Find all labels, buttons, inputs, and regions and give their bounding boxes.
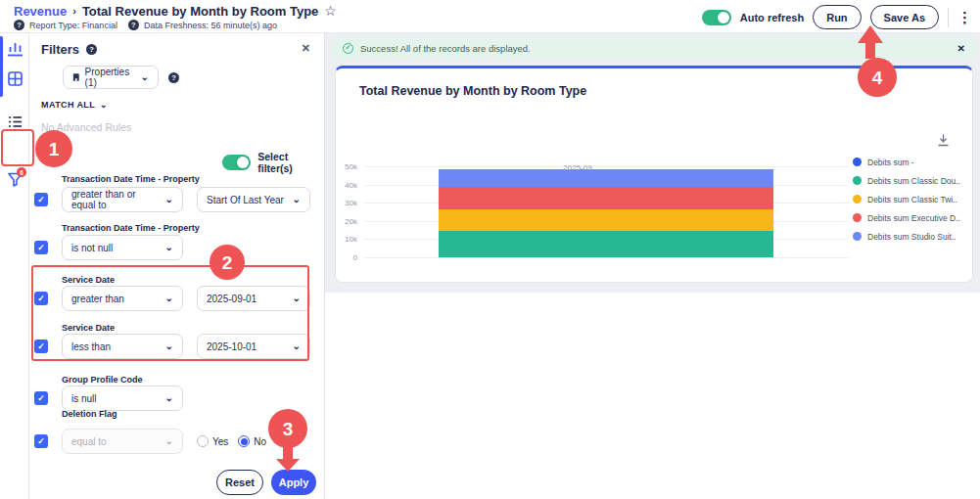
filter-operator-dropdown[interactable]: greater than⌄ — [62, 286, 183, 311]
legend-dot-icon — [853, 232, 862, 241]
help-icon[interactable]: ? — [128, 20, 139, 30]
page-title: Total Revenue by Month by Room Type — [82, 4, 318, 19]
select-filters-label: Select filter(s) — [257, 151, 324, 174]
filter-funnel-icon[interactable]: 6 — [7, 171, 23, 188]
filter-label: Service Date — [62, 275, 115, 285]
breadcrumb-revenue-link[interactable]: Revenue — [14, 4, 67, 19]
legend-dot-icon — [853, 176, 862, 185]
filter-label: Service Date — [62, 323, 115, 333]
building-icon — [72, 72, 80, 82]
no-advanced-rules-label: No Advanced Rules — [41, 121, 131, 133]
filter-operator-dropdown-disabled: equal to⌄ — [62, 429, 183, 454]
chevron-down-icon: ⌄ — [165, 245, 173, 250]
filter-operator-dropdown[interactable]: is null⌄ — [62, 386, 183, 411]
list-view-icon[interactable] — [7, 113, 23, 130]
chevron-down-icon: ⌄ — [293, 197, 301, 203]
filter-label: Transaction Date Time - Property — [62, 223, 200, 233]
chevron-down-icon: ⌄ — [141, 74, 149, 80]
legend-label: Debits sum Classic Dou.. — [867, 176, 960, 186]
download-icon[interactable] — [937, 133, 950, 151]
favorite-star-icon[interactable]: ☆ — [324, 3, 337, 19]
match-all-selector[interactable]: MATCH ALL ⌄ — [41, 100, 108, 110]
legend-dot-icon — [853, 213, 862, 222]
data-freshness-label: Data Freshness: 56 minute(s) ago — [144, 21, 277, 30]
chart-bar-stack — [439, 166, 773, 257]
properties-dropdown[interactable]: Properties (1) ⌄ — [63, 66, 159, 89]
filter-value-dropdown[interactable]: 2025-10-01⌄ — [197, 334, 310, 359]
filter-checkbox[interactable]: ✓ — [34, 340, 48, 353]
breadcrumb-separator: › — [72, 5, 76, 17]
summary-section: ⌄ Summary Information ? # of Records: 11… — [325, 293, 980, 499]
filter-checkbox[interactable]: ✓ — [34, 241, 48, 254]
chart-title: Total Revenue by Month by Room Type — [359, 84, 586, 98]
legend-item[interactable]: Debits sum Studio Suit.. — [853, 231, 960, 242]
report-meta: ? Report Type: Financial ? Data Freshnes… — [14, 20, 277, 30]
radio-yes[interactable] — [197, 435, 209, 447]
legend-label: Debits sum Studio Suit.. — [867, 232, 957, 242]
y-axis-tick: 50k — [345, 162, 357, 171]
auto-refresh-toggle[interactable] — [702, 10, 731, 25]
active-indicator — [0, 36, 3, 97]
chevron-down-icon: ⌄ — [100, 100, 108, 110]
chevron-down-icon: ⌄ — [165, 395, 173, 401]
table-view-icon[interactable] — [7, 70, 23, 87]
gridline — [364, 257, 849, 258]
y-axis-tick: 30k — [345, 199, 357, 207]
report-content-area: ✓ Success! All of the records are displa… — [325, 32, 980, 499]
apply-button[interactable]: Apply — [271, 470, 316, 495]
filter-value-dropdown[interactable]: Start Of Last Year⌄ — [197, 187, 310, 212]
y-axis-tick: 0 — [353, 253, 357, 262]
y-axis-tick: 20k — [345, 217, 357, 226]
filter-checkbox[interactable]: ✓ — [34, 434, 48, 448]
report-type-label: Report Type: Financial — [29, 21, 117, 30]
auto-refresh-label: Auto refresh — [740, 12, 804, 23]
chevron-down-icon: ⌄ — [165, 295, 173, 301]
filter-operator-dropdown[interactable]: is not null⌄ — [62, 235, 183, 260]
success-banner: ✓ Success! All of the records are displa… — [333, 37, 975, 59]
left-icon-rail: 6 — [0, 32, 29, 499]
save-as-button[interactable]: Save As — [870, 5, 939, 29]
legend-item[interactable]: Debits sum Executive D.. — [853, 212, 960, 223]
filter-label: Group Profile Code — [62, 375, 143, 385]
help-icon[interactable]: ? — [14, 20, 24, 30]
bar-segment-debits-sum-executive-d- — [439, 187, 773, 209]
report-builder-screen: Revenue › Total Revenue by Month by Room… — [0, 0, 980, 499]
success-message: Success! All of the records are displaye… — [360, 43, 951, 54]
close-panel-icon[interactable]: ✕ — [302, 42, 310, 55]
legend-label: Debits sum Classic Twi.. — [867, 195, 957, 204]
filter-checkbox[interactable]: ✓ — [34, 391, 48, 405]
banner-close-icon[interactable]: ✕ — [957, 43, 965, 54]
y-axis-tick: 10k — [345, 235, 357, 244]
top-header: Revenue › Total Revenue by Month by Room… — [0, 0, 980, 32]
reset-button[interactable]: Reset — [216, 470, 263, 495]
help-icon[interactable]: ? — [168, 72, 179, 83]
legend-label: Debits sum Executive D.. — [867, 213, 960, 223]
bar-segment-debits-sum-classic-twi- — [439, 209, 773, 231]
filter-value-dropdown[interactable]: 2025-09-01⌄ — [197, 286, 310, 311]
bar-segment-debits-sum-studio-suit- — [439, 169, 773, 187]
filter-checkbox[interactable]: ✓ — [34, 193, 48, 206]
filter-operator-dropdown[interactable]: less than⌄ — [62, 334, 183, 359]
run-button[interactable]: Run — [813, 5, 861, 29]
kebab-menu-icon[interactable]: ⋮ — [957, 9, 972, 26]
filter-operator-dropdown[interactable]: greater than or equal to⌄ — [62, 187, 183, 212]
chart-legend: Debits sum -Debits sum Classic Dou..Debi… — [853, 157, 960, 242]
filter-label: Deletion Flag — [62, 409, 117, 419]
chart-view-icon[interactable] — [7, 40, 23, 57]
legend-dot-icon — [853, 158, 862, 166]
bar-segment-debits-sum-classic-dou- — [439, 231, 773, 257]
filter-count-badge: 6 — [17, 167, 26, 177]
chevron-down-icon: ⌄ — [165, 438, 173, 444]
legend-item[interactable]: Debits sum - — [853, 157, 960, 167]
legend-item[interactable]: Debits sum Classic Dou.. — [853, 175, 960, 186]
select-filters-toggle[interactable] — [222, 155, 251, 170]
radio-no-label: No — [254, 436, 266, 447]
filter-checkbox[interactable]: ✓ — [34, 292, 48, 305]
chart-plot: 50k40k30k20k10k0 — [364, 166, 849, 257]
legend-item[interactable]: Debits sum Classic Twi.. — [853, 194, 960, 204]
radio-yes-label: Yes — [212, 436, 228, 447]
breadcrumb: Revenue › Total Revenue by Month by Room… — [14, 3, 337, 19]
radio-no[interactable] — [238, 435, 250, 447]
help-icon[interactable]: ? — [86, 44, 97, 55]
y-axis-tick: 40k — [345, 181, 357, 190]
